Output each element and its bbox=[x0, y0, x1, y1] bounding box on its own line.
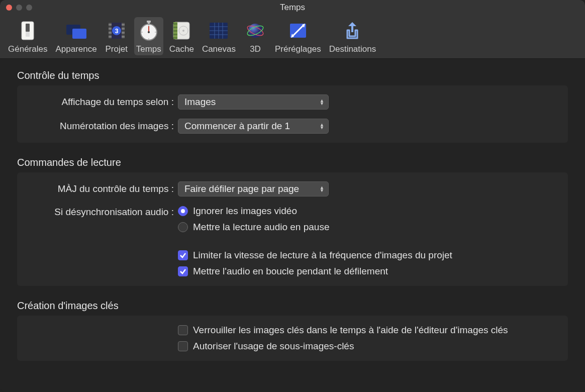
stepper-arrows-icon: ▲▼ bbox=[320, 99, 324, 105]
svg-rect-32 bbox=[173, 34, 177, 35]
svg-rect-13 bbox=[122, 28, 125, 30]
svg-rect-29 bbox=[173, 23, 177, 25]
svg-rect-10 bbox=[109, 32, 112, 34]
3d-icon bbox=[244, 19, 267, 42]
presets-icon bbox=[286, 19, 310, 42]
checkbox-label: Limiter la vitesse de lecture à la fréqu… bbox=[193, 250, 452, 261]
svg-point-35 bbox=[182, 30, 184, 32]
select-value: Commencer à partir de 1 bbox=[184, 121, 290, 132]
canvas-icon bbox=[207, 19, 230, 42]
tab-label: Temps bbox=[136, 44, 161, 54]
select-frame-numbering[interactable]: Commencer à partir de 1 ▲▼ bbox=[178, 119, 329, 134]
radio-label: Ignorer les images vidéo bbox=[193, 206, 297, 217]
section-title-playback: Commandes de lecture bbox=[17, 157, 568, 168]
checkbox-limit-playback-speed[interactable] bbox=[178, 250, 188, 260]
tab-label: Générales bbox=[8, 44, 47, 54]
label-time-update: MÀJ du contrôle du temps : bbox=[27, 183, 178, 194]
svg-rect-33 bbox=[173, 37, 177, 39]
svg-point-22 bbox=[148, 31, 150, 33]
tab-apparence[interactable]: Apparence bbox=[53, 17, 99, 55]
preferences-window: Temps Générales Apparence bbox=[0, 0, 585, 392]
tab-label: Destinations bbox=[329, 44, 376, 54]
label-display-time: Affichage du temps selon : bbox=[27, 96, 178, 108]
svg-rect-12 bbox=[122, 24, 125, 26]
tab-canevas[interactable]: Canevas bbox=[200, 17, 238, 55]
radio-label: Mettre la lecture audio en pause bbox=[193, 222, 329, 233]
svg-rect-2 bbox=[26, 32, 30, 37]
svg-rect-1 bbox=[26, 24, 30, 32]
tab-label: Apparence bbox=[55, 44, 96, 54]
tab-projet[interactable]: 3 Projet bbox=[103, 17, 130, 55]
section-keyframes: Verrouiller les images clés dans le temp… bbox=[17, 316, 568, 361]
toolbar: Générales Apparence 3 bbox=[0, 15, 585, 59]
stopwatch-icon bbox=[137, 19, 160, 42]
svg-rect-14 bbox=[122, 32, 125, 34]
stepper-arrows-icon: ▲▼ bbox=[320, 123, 324, 129]
cache-icon bbox=[170, 19, 193, 42]
svg-rect-31 bbox=[173, 30, 177, 32]
select-value: Images bbox=[184, 96, 216, 108]
appearance-icon bbox=[65, 19, 88, 42]
label-audio-sync: Si désynchronisation audio : bbox=[27, 206, 178, 218]
project-icon: 3 bbox=[105, 19, 128, 42]
checkbox-allow-subframe-keyframes[interactable] bbox=[178, 341, 188, 351]
section-playback: MÀJ du contrôle du temps : Faire défiler… bbox=[17, 172, 568, 286]
tab-label: Projet bbox=[105, 44, 127, 54]
titlebar: Temps bbox=[0, 0, 585, 15]
stepper-arrows-icon: ▲▼ bbox=[320, 186, 324, 192]
select-value: Faire défiler page par page bbox=[184, 183, 299, 194]
switch-icon bbox=[16, 19, 39, 42]
content: Contrôle du temps Affichage du temps sel… bbox=[0, 59, 585, 392]
section-title-keyframes: Création d'images clés bbox=[17, 300, 568, 312]
share-icon bbox=[341, 19, 364, 42]
checkbox-loop-audio-scrub[interactable] bbox=[178, 266, 188, 276]
svg-rect-15 bbox=[122, 36, 125, 38]
checkbox-label: Mettre l'audio en boucle pendant le défi… bbox=[193, 266, 388, 277]
tab-temps[interactable]: Temps bbox=[134, 17, 163, 55]
tab-label: Cache bbox=[169, 44, 194, 54]
section-time-control: Affichage du temps selon : Images ▲▼ Num… bbox=[17, 85, 568, 143]
tab-prereglages[interactable]: Préréglages bbox=[273, 17, 323, 55]
radio-pause-audio[interactable] bbox=[178, 222, 188, 232]
svg-rect-9 bbox=[109, 28, 112, 30]
tab-label: Préréglages bbox=[275, 44, 321, 54]
section-title-time-control: Contrôle du temps bbox=[17, 70, 568, 81]
tab-destinations[interactable]: Destinations bbox=[327, 17, 378, 55]
window-title: Temps bbox=[0, 3, 585, 13]
checkbox-lock-keyframes[interactable] bbox=[178, 325, 188, 335]
tab-label: 3D bbox=[250, 44, 261, 54]
checkbox-label: Verrouiller les images clés dans le temp… bbox=[193, 325, 508, 336]
tab-generales[interactable]: Générales bbox=[6, 17, 49, 55]
svg-rect-4 bbox=[72, 29, 86, 39]
select-display-time[interactable]: Images ▲▼ bbox=[178, 94, 329, 110]
select-time-update[interactable]: Faire défiler page par page ▲▼ bbox=[178, 181, 329, 197]
radio-skip-video-frames[interactable] bbox=[178, 206, 188, 216]
tab-label: Canevas bbox=[202, 44, 236, 54]
svg-text:3: 3 bbox=[115, 28, 118, 35]
svg-rect-30 bbox=[173, 27, 177, 28]
checkbox-label: Autoriser l'usage de sous-images-clés bbox=[193, 341, 354, 352]
tab-3d[interactable]: 3D bbox=[242, 17, 269, 55]
label-frame-numbering: Numérotation des images : bbox=[27, 121, 178, 132]
tab-cache[interactable]: Cache bbox=[167, 17, 196, 55]
svg-rect-8 bbox=[109, 24, 112, 26]
svg-rect-11 bbox=[109, 36, 112, 38]
